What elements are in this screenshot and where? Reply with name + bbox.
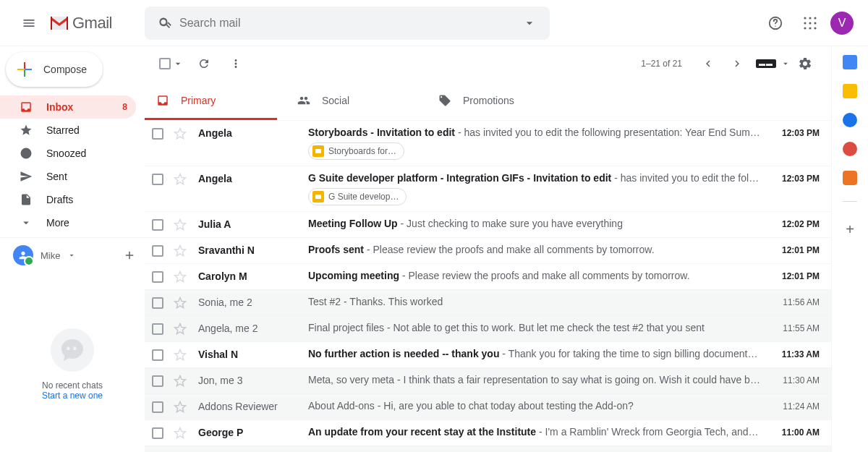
sidebar-item-snoozed[interactable]: Snoozed — [0, 142, 136, 165]
svg-point-6 — [809, 22, 811, 24]
select-all-checkbox[interactable] — [156, 55, 187, 72]
checkbox-icon — [152, 375, 163, 387]
slides-icon — [312, 145, 324, 157]
email-row[interactable]: Jon HMarketing PlanThanks for meeting wi… — [145, 446, 831, 452]
checkbox-icon — [152, 271, 163, 283]
email-row[interactable]: Sonia, me 2Test #2Thanks. This worked11:… — [145, 290, 831, 316]
caret-down-icon — [172, 58, 184, 69]
keep-addon-button[interactable] — [843, 84, 857, 98]
timestamp: 11:56 AM — [769, 296, 820, 307]
refresh-button[interactable] — [190, 49, 218, 78]
sidebar-item-starred[interactable]: Starred — [0, 119, 136, 142]
search-input[interactable] — [179, 17, 515, 30]
clock-icon — [19, 147, 33, 160]
account-avatar[interactable]: V — [830, 12, 854, 35]
tab-social[interactable]: Social — [286, 81, 427, 120]
row-checkbox[interactable] — [152, 296, 166, 309]
calendar-addon-button[interactable] — [843, 55, 857, 69]
row-checkbox[interactable] — [152, 270, 166, 283]
hangouts-start-link[interactable]: Start a new one — [42, 391, 103, 401]
addon-button-2[interactable] — [843, 171, 857, 185]
search-options-button[interactable] — [515, 16, 544, 30]
attachment-chip[interactable]: G Suite develop… — [308, 188, 407, 205]
star-button[interactable] — [174, 127, 188, 140]
search-bar[interactable] — [145, 7, 550, 40]
next-page-button[interactable] — [723, 49, 752, 78]
gmail-logo[interactable]: Gmail — [49, 14, 112, 33]
sidebar-item-label: Starred — [46, 124, 80, 136]
row-checkbox[interactable] — [152, 426, 166, 439]
attachment-chip[interactable]: Storyboards for… — [308, 142, 404, 160]
row-checkbox[interactable] — [152, 400, 166, 413]
settings-button[interactable] — [791, 49, 820, 78]
star-button[interactable] — [174, 296, 188, 310]
hangouts-user[interactable]: Mike — [0, 241, 145, 270]
snippet: Please review the proofs and make all co… — [364, 244, 655, 255]
star-button[interactable] — [174, 270, 188, 283]
addon-button-1[interactable] — [843, 142, 857, 156]
new-chat-button[interactable] — [123, 249, 136, 262]
row-checkbox[interactable] — [152, 348, 166, 361]
timestamp: 11:30 AM — [769, 374, 820, 385]
checkbox-icon — [152, 427, 163, 439]
tab-primary[interactable]: Primary — [145, 81, 286, 120]
search-icon[interactable] — [150, 16, 179, 30]
sidebar-item-drafts[interactable]: Drafts — [0, 188, 136, 211]
snippet: has invited you to edit the following pr… — [611, 172, 760, 184]
svg-point-10 — [814, 27, 816, 29]
subject: Meta, so very meta — [308, 374, 394, 385]
email-row[interactable]: George PAn update from your recent stay … — [145, 420, 831, 446]
star-button[interactable] — [174, 244, 188, 257]
compose-label: Compose — [43, 64, 87, 75]
email-row[interactable]: Sravanthi NProofs sentPlease review the … — [145, 238, 831, 264]
subject: Upcoming meeting — [308, 270, 399, 281]
email-row[interactable]: Jon, me 3Meta, so very metaI think thats… — [145, 368, 831, 394]
email-row[interactable]: Vishal NNo further action is needed -- t… — [145, 342, 831, 368]
email-row[interactable]: Angela, me 2Final project filesNot able … — [145, 316, 831, 342]
apps-button[interactable] — [796, 9, 825, 38]
subject: About Add-ons — [308, 400, 375, 412]
row-checkbox[interactable] — [152, 244, 166, 257]
tag-icon — [438, 94, 451, 107]
email-row[interactable]: Carolyn MUpcoming meetingPlease review t… — [145, 264, 831, 290]
tab-promotions[interactable]: Promotions — [427, 81, 568, 120]
snippet: Just checking to make sure you have ever… — [398, 218, 623, 229]
compose-button[interactable]: Compose — [6, 52, 103, 87]
svg-point-7 — [814, 22, 816, 24]
timestamp: 11:00 AM — [769, 426, 820, 438]
row-checkbox[interactable] — [152, 374, 166, 387]
star-button[interactable] — [174, 172, 188, 186]
input-tools-button[interactable]: ▬▬ — [756, 59, 776, 68]
sidebar-item-inbox[interactable]: Inbox 8 — [0, 95, 136, 119]
get-addons-button[interactable]: + — [843, 222, 857, 236]
star-button[interactable] — [174, 322, 188, 336]
row-checkbox[interactable] — [152, 127, 166, 140]
subject: Proofs sent — [308, 244, 364, 255]
svg-point-9 — [809, 27, 811, 29]
tab-label: Promotions — [463, 95, 514, 106]
star-button[interactable] — [174, 218, 188, 231]
sender: Vishal N — [198, 348, 308, 360]
support-button[interactable] — [761, 9, 790, 38]
subject: G Suite developer platform - Integration… — [308, 172, 611, 184]
email-row[interactable]: AngelaG Suite developer platform - Integ… — [145, 166, 831, 212]
email-row[interactable]: AngelaStoryboards - Invitation to editha… — [145, 121, 831, 166]
sidebar-item-sent[interactable]: Sent — [0, 165, 136, 188]
sidebar-item-more[interactable]: More — [0, 211, 136, 234]
row-checkbox[interactable] — [152, 172, 166, 185]
more-button[interactable] — [221, 49, 250, 78]
main-menu-button[interactable] — [12, 6, 46, 40]
checkbox-icon — [159, 58, 171, 69]
sender: Sonia, me 2 — [198, 296, 308, 308]
tasks-addon-button[interactable] — [843, 113, 857, 127]
row-checkbox[interactable] — [152, 322, 166, 335]
email-row[interactable]: Addons ReviewerAbout Add-onsHi, are you … — [145, 394, 831, 420]
timestamp: 12:01 PM — [769, 244, 820, 255]
email-row[interactable]: Julia AMeeting Follow UpJust checking to… — [145, 212, 831, 238]
row-checkbox[interactable] — [152, 218, 166, 231]
star-button[interactable] — [174, 374, 188, 388]
star-button[interactable] — [174, 426, 188, 440]
star-button[interactable] — [174, 400, 188, 414]
star-button[interactable] — [174, 348, 188, 362]
prev-page-button[interactable] — [694, 49, 723, 78]
